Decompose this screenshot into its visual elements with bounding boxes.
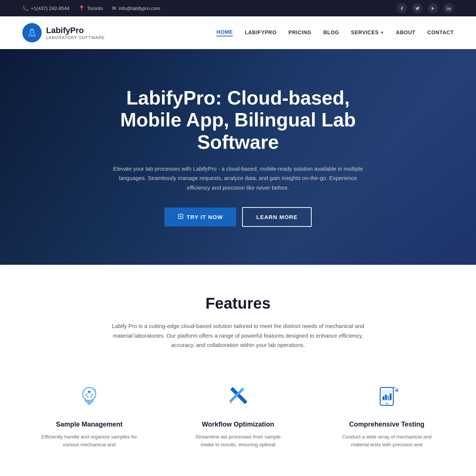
- svg-rect-31: [387, 396, 389, 400]
- logo-text: LabifyPro LABORATORY SOFTWARE: [46, 26, 105, 40]
- twitter-icon[interactable]: [412, 3, 422, 13]
- learn-more-button[interactable]: LEARN MORE: [242, 207, 312, 227]
- svg-point-1: [447, 6, 447, 7]
- hero-section: LabifyPro: Cloud-based, Mobile App, Bili…: [0, 49, 476, 265]
- workflow-optimization-desc: Streamline lab processes from sample int…: [190, 433, 286, 449]
- nav-contact[interactable]: CONTACT: [427, 29, 454, 36]
- comprehensive-testing-title: Comprehensive Testing: [338, 421, 435, 428]
- feature-workflow-optimization: Workflow Optimization Streamline lab pro…: [182, 372, 294, 456]
- location-icon: 📍: [78, 5, 85, 11]
- svg-point-3: [30, 33, 32, 35]
- location-item: 📍 Toronto: [78, 5, 103, 11]
- top-bar: 📞 +1(437) 242-8544 📍 Toronto ✉ info@labi…: [0, 0, 476, 16]
- hero-buttons: TRY IT NOW LEARN MORE: [104, 207, 372, 227]
- email-item: ✉ info@labifypro.com: [112, 5, 160, 11]
- comprehensive-testing-icon: [370, 380, 403, 413]
- chevron-down-icon: ▼: [380, 30, 384, 35]
- nav-pricing[interactable]: PRICING: [289, 29, 312, 36]
- svg-rect-32: [390, 393, 392, 400]
- top-bar-left: 📞 +1(437) 242-8544 📍 Toronto ✉ info@labi…: [22, 5, 160, 11]
- svg-line-23: [244, 390, 245, 391]
- phone-icon: 📞: [22, 5, 29, 11]
- features-grid: × × Sample Management Efficiently handle…: [22, 372, 454, 456]
- sample-management-title: Sample Management: [41, 421, 138, 428]
- nav-home[interactable]: HOME: [216, 29, 233, 36]
- nav-links: HOME LABIFYPRO PRICING BLOG SERVICES ▼ A…: [216, 29, 454, 36]
- workflow-optimization-title: Workflow Optimization: [190, 421, 286, 428]
- comprehensive-testing-desc: Conduct a wide array of mechanical and m…: [338, 433, 435, 449]
- feature-sample-management: × × Sample Management Efficiently handle…: [33, 372, 145, 456]
- linkedin-icon[interactable]: [443, 3, 454, 13]
- svg-point-4: [33, 35, 34, 36]
- nav-about[interactable]: ABOUT: [396, 29, 415, 36]
- try-icon: [178, 213, 184, 221]
- svg-text:×: ×: [83, 390, 84, 393]
- phone-number: +1(437) 242-8544: [31, 6, 70, 11]
- youtube-icon[interactable]: [428, 3, 438, 13]
- hero-subtitle: Elevate your lab processes with LabifyPr…: [108, 164, 368, 193]
- email-icon: ✉: [112, 5, 116, 11]
- nav-labifypro[interactable]: LABIFYPRO: [245, 29, 276, 36]
- svg-line-15: [89, 392, 92, 395]
- hero-title: LabifyPro: Cloud-based, Mobile App, Bili…: [104, 87, 372, 154]
- location-text: Toronto: [87, 6, 103, 11]
- workflow-optimization-icon: [221, 380, 255, 413]
- email-text: info@labifypro.com: [119, 6, 160, 11]
- nav-blog[interactable]: BLOG: [323, 29, 339, 36]
- svg-rect-20: [230, 387, 247, 404]
- svg-marker-0: [431, 6, 434, 10]
- svg-line-14: [86, 392, 89, 395]
- hero-content: LabifyPro: Cloud-based, Mobile App, Bili…: [89, 57, 387, 257]
- navbar: LabifyPro LABORATORY SOFTWARE HOME LABIF…: [0, 16, 476, 49]
- svg-text:×: ×: [94, 387, 96, 391]
- logo-name: LabifyPro: [46, 26, 105, 35]
- feature-comprehensive-testing: Comprehensive Testing Conduct a wide arr…: [331, 372, 443, 456]
- logo[interactable]: LabifyPro LABORATORY SOFTWARE: [22, 23, 105, 42]
- features-title: Features: [22, 295, 454, 312]
- sample-management-desc: Efficiently handle and organize samples …: [41, 433, 138, 449]
- nav-services[interactable]: SERVICES ▼: [351, 29, 384, 36]
- svg-line-25: [240, 393, 241, 395]
- logo-icon: [22, 23, 42, 42]
- features-subtitle: Labify Pro is a cutting-edge cloud-based…: [108, 321, 368, 350]
- sample-management-icon: × ×: [73, 380, 106, 413]
- social-links: [396, 3, 454, 13]
- svg-rect-30: [385, 395, 387, 400]
- facebook-icon[interactable]: [396, 3, 407, 13]
- svg-line-24: [242, 392, 243, 393]
- try-it-now-button[interactable]: TRY IT NOW: [164, 208, 237, 226]
- features-section: Features Labify Pro is a cutting-edge cl…: [0, 265, 476, 476]
- phone-item: 📞 +1(437) 242-8544: [22, 5, 70, 11]
- svg-rect-29: [383, 396, 385, 400]
- logo-sub: LABORATORY SOFTWARE: [46, 35, 105, 40]
- svg-point-28: [386, 402, 388, 404]
